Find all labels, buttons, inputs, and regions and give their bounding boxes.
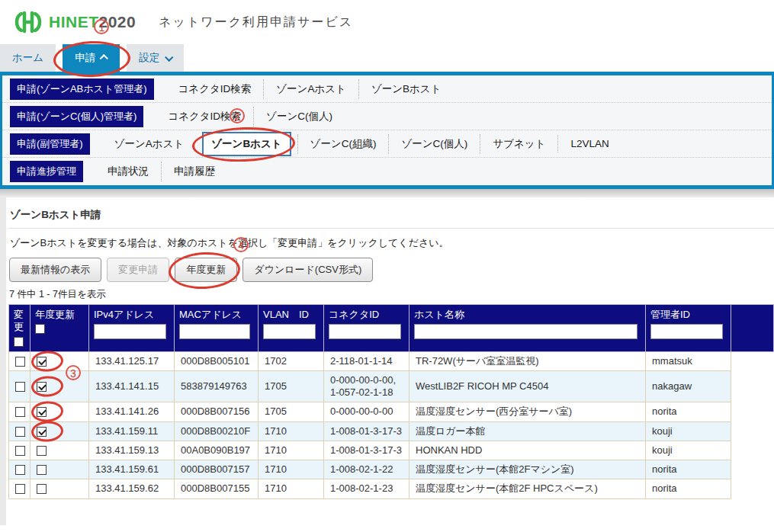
annual-update-checkbox[interactable] (37, 427, 47, 437)
header-connector: コネクタID (324, 305, 409, 352)
host-cell: WestLIB2F RICOH MP C4504 (409, 370, 646, 402)
menu-item[interactable]: コネクタID検索 (156, 107, 253, 127)
change-checkbox[interactable] (15, 484, 25, 494)
menu-category[interactable]: 申請(副管理者) (10, 133, 90, 155)
annual-update-label: 年度更新 (186, 264, 226, 275)
change-cell (9, 402, 31, 421)
ipv4-cell: 133.41.125.17 (89, 351, 175, 370)
change-checkbox[interactable] (15, 446, 25, 456)
result-count: 7 件中 1 - 7件目を表示 (9, 288, 774, 301)
filter-admin-input[interactable] (650, 324, 723, 339)
change-checkbox[interactable] (15, 407, 25, 417)
application-menu: 申請(ゾーンABホスト管理者) コネクタID検索ゾーンAホストゾーンBホスト 申… (0, 72, 774, 189)
page-lower: ゾーンBホスト申請 ゾーンBホストを変更する場合は、対象のホストを選択し「変更申… (0, 197, 774, 530)
admin-cell: norita (646, 460, 731, 479)
vlan-cell: 1710 (259, 421, 324, 441)
host-cell: 温度ロガー本館 (409, 421, 646, 441)
download-csv-button[interactable]: ダウンロード(CSV形式) (242, 258, 373, 282)
select-all-annual-checkbox[interactable] (35, 324, 45, 334)
tab-apply[interactable]: 申請 1 (63, 44, 120, 72)
table-row: 133.41.125.17000D8B00510117022-118-01-1-… (9, 351, 774, 370)
menu-category[interactable]: 申請(ゾーンABホスト管理者) (10, 79, 154, 100)
annual-update-button[interactable]: 年度更新 4 (175, 258, 237, 282)
menu-item[interactable]: ゾーンAホスト (263, 79, 358, 99)
instruction-text: ゾーンBホストを変更する場合は、対象のホストを選択し「変更申請」をクリックしてく… (10, 236, 774, 250)
change-request-button[interactable]: 変更申請 (107, 258, 169, 282)
chevron-up-icon (100, 54, 108, 62)
connector-cell: 1-008-02-1-22 (324, 460, 409, 479)
menu-item[interactable]: ゾーンC(個人) (388, 134, 480, 154)
header-host: ホスト名称 (409, 305, 646, 352)
filter-vlan-input[interactable] (263, 324, 316, 339)
tab-home[interactable]: ホーム (0, 44, 56, 72)
menu-item[interactable]: ゾーンC(組織) (297, 134, 389, 154)
change-cell (9, 370, 31, 402)
mac-cell: 000D8B007155 (175, 479, 259, 498)
change-checkbox[interactable] (15, 465, 25, 475)
filter-host-input[interactable] (414, 324, 638, 339)
header-admin: 管理者ID (646, 305, 731, 352)
header-change-label: 変更 (14, 309, 25, 334)
admin-cell: norita (646, 402, 731, 421)
mac-cell: 000D8B007156 (175, 402, 259, 421)
menu-item[interactable]: ゾーンC(個人) (253, 107, 345, 127)
admin-cell: norita (646, 479, 731, 498)
menu-category[interactable]: 申請進捗管理 (10, 161, 83, 182)
vlan-cell: 1705 (259, 402, 324, 421)
menu-item[interactable]: L2VLAN (557, 135, 621, 152)
admin-cell: kouji (646, 441, 731, 460)
divider (0, 189, 774, 197)
filter-mac-input[interactable] (179, 324, 250, 339)
change-cell (9, 460, 31, 479)
annual-update-checkbox[interactable] (37, 382, 47, 392)
change-checkbox[interactable] (15, 382, 25, 392)
menu-category[interactable]: 申請(ゾーンC(個人)管理者) (10, 106, 143, 127)
menu-item[interactable]: ゾーンBホスト2 (202, 132, 291, 156)
brand-year: 2020 (99, 13, 136, 30)
brand: HINET2020 (49, 13, 136, 31)
menu-item[interactable]: コネクタID検索 (166, 79, 264, 99)
tab-bar: ホーム 申請 1 設定 (0, 44, 774, 72)
ipv4-cell: 133.41.159.62 (89, 479, 175, 498)
table-row: 133.41.159.1300A0B090B19717101-008-01-3-… (9, 441, 774, 460)
connector-cell: 2-118-01-1-14 (324, 351, 409, 370)
menu-items: コネクタID検索ゾーンAホストゾーンBホスト (166, 79, 454, 99)
filter-ipv4-input[interactable] (94, 324, 166, 339)
menu-item[interactable]: ゾーンBホスト (358, 79, 454, 99)
annual-update-checkbox[interactable] (37, 357, 47, 367)
menu-row-zone-c-personal: 申請(ゾーンC(個人)管理者) コネクタID検索ゾーンC(個人) (2, 103, 772, 130)
header-host-label: ホスト名称 (414, 309, 641, 321)
admin-cell: kouji (646, 421, 731, 441)
annual-update-checkbox[interactable] (37, 465, 47, 475)
header-annual-label: 年度更新 (35, 309, 84, 321)
menu-items: ゾーンAホストゾーンBホスト2ゾーンC(組織)ゾーンC(個人)サブネットL2VL… (102, 132, 621, 156)
host-cell: 温度湿度センサー(本館2Fマシン室) (409, 460, 646, 479)
host-cell: 温度湿度センサー(本館2F HPCスペース) (409, 479, 646, 498)
header-vlan-label: VLAN ID (263, 309, 319, 321)
annual-update-checkbox[interactable] (37, 407, 47, 417)
annual-cell (31, 479, 89, 498)
menu-item[interactable]: ゾーンAホスト (102, 134, 197, 154)
change-checkbox[interactable] (15, 427, 25, 437)
tab-settings[interactable]: 設定 (127, 44, 184, 72)
menu-item[interactable]: サブネット (480, 134, 557, 154)
annual-update-checkbox[interactable] (37, 446, 47, 456)
menu-item[interactable]: 申請状況 (95, 162, 161, 181)
connector-cell: 1-008-01-3-17-3 (324, 441, 409, 460)
app-header: HINET2020 ネットワーク利用申請サービス (0, 0, 774, 44)
menu-item[interactable]: 申請履歴 (161, 162, 227, 181)
filter-connector-input[interactable] (329, 324, 401, 339)
hosts-table: 変更 年度更新 IPv4アドレス MACアドレス (8, 304, 774, 499)
brand-name: HINET (49, 13, 99, 30)
vlan-cell: 1710 (259, 479, 324, 498)
select-all-change-checkbox[interactable] (14, 337, 24, 347)
refresh-button[interactable]: 最新情報の表示 (9, 258, 101, 282)
ipv4-cell: 133.41.159.61 (89, 460, 175, 479)
ipv4-cell: 133.41.159.13 (89, 441, 175, 460)
change-checkbox[interactable] (15, 357, 25, 367)
ipv4-cell: 133.41.159.11 (89, 421, 175, 441)
toolbar: 最新情報の表示 変更申請 年度更新 4 ダウンロード(CSV形式) (9, 258, 774, 282)
annual-update-checkbox[interactable] (37, 484, 47, 494)
hinet-logo-icon (12, 10, 44, 34)
host-cell: HONKAN HDD (409, 441, 646, 460)
